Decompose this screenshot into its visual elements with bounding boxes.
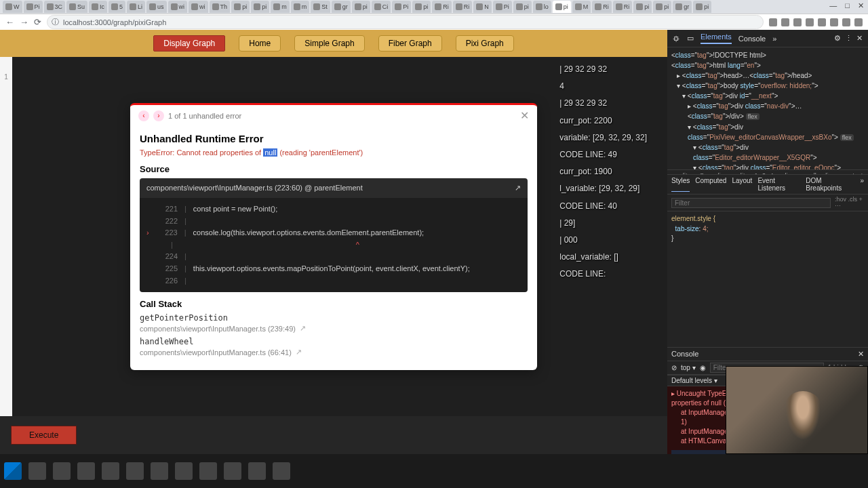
site-info-icon[interactable]: ⓘ [52,17,59,27]
ext-icon[interactable] [781,18,789,26]
url-bar[interactable]: ⓘ localhost:3000/graph/pixiGraph [47,15,764,29]
filter-hints[interactable]: :hov .cls + ⋯ [835,196,864,209]
browser-tab[interactable]: Pi [24,1,43,13]
reload-icon[interactable]: ⟳ [34,17,41,27]
taskbar-icon[interactable] [4,462,22,480]
browser-tab[interactable]: pi [513,1,532,13]
tab-more[interactable]: » [772,35,776,43]
browser-tab[interactable]: us [146,1,167,13]
browser-tab[interactable]: pi [633,1,652,13]
taskbar-icon[interactable] [175,462,193,480]
subtab-»[interactable]: » [860,177,864,192]
open-in-editor-icon[interactable]: ↗ [515,184,521,192]
back-icon[interactable]: ← [5,17,14,27]
live-expr-icon[interactable]: ◉ [700,364,706,371]
ext-icon[interactable] [818,18,826,26]
browser-tab[interactable]: 3C [44,1,66,13]
fiber-graph-button[interactable]: Fiber Graph [378,35,442,52]
taskbar-icon[interactable] [273,462,290,480]
devtools-close-icon[interactable]: ✕ [856,34,863,43]
simple-graph-button[interactable]: Simple Graph [294,35,364,52]
browser-tab[interactable]: M [572,1,591,13]
browser-tab[interactable]: pi [553,1,571,13]
browser-tab[interactable]: Pi [493,1,512,13]
display-graph-button[interactable]: Display Graph [153,35,225,52]
browser-tab[interactable]: W [3,1,22,13]
browser-tab[interactable]: Ci [372,1,391,13]
browser-tab[interactable]: pi [352,1,370,13]
tab-console[interactable]: Console [738,35,766,43]
breadcrumb[interactable]: …editor_eOonc div.cm-editor.ε1.ε3.ε4.εp … [667,169,868,175]
browser-tab[interactable]: m [291,1,310,13]
dom-node[interactable]: ▸ <class="tag">head>…<class="tag">/head> [671,70,864,81]
browser-tab[interactable]: Ic [89,1,107,13]
taskbar-icon[interactable] [224,462,241,480]
browser-tab[interactable]: wi [189,1,208,13]
taskbar-icon[interactable] [199,462,217,480]
subtab-layout[interactable]: Layout [732,177,752,192]
browser-tab[interactable]: Pi [392,1,411,13]
browser-tab[interactable]: Ri [432,1,452,13]
taskbar-icon[interactable] [102,462,119,480]
dom-node[interactable]: ▾ <class="tag">div class="Editor_editorW… [671,142,864,163]
modal-close-button[interactable]: ✕ [520,109,529,122]
browser-tab[interactable]: m [271,1,290,13]
browser-tab[interactable]: Th [210,1,231,13]
open-in-editor-icon[interactable]: ↗ [296,348,302,357]
ext-icon[interactable] [769,18,777,26]
elements-tree[interactable]: <class="tag">!DOCTYPE html><class="tag">… [667,47,868,169]
dom-node[interactable]: ▾ <class="tag">div id="__next"> [671,91,864,101]
browser-tab[interactable]: N [473,1,492,13]
browser-tab[interactable]: Ri [592,1,612,13]
tab-elements[interactable]: Elements [701,33,732,44]
context-select[interactable]: top ▾ [681,364,696,371]
taskbar-icon[interactable] [77,462,95,480]
subtab-styles[interactable]: Styles [671,177,690,192]
styles-pane[interactable]: element.style { tab-size: 4;}</span><spa… [667,211,868,347]
max-button[interactable]: □ [845,1,850,10]
browser-tab[interactable]: gr [332,1,351,13]
open-in-editor-icon[interactable]: ↗ [300,324,306,333]
browser-tab[interactable]: Li [127,1,145,13]
taskbar-icon[interactable] [151,462,168,480]
settings-icon[interactable]: ⚙ [834,34,841,43]
browser-tab[interactable]: Ri [613,1,633,13]
prev-error-button[interactable]: ‹ [138,110,149,121]
browser-tab[interactable]: 5 [108,1,125,13]
console-drawer-close[interactable]: ✕ [858,350,864,359]
browser-tab[interactable]: lo [533,1,551,13]
browser-tab[interactable]: St [311,1,330,13]
browser-tab[interactable]: Su [66,1,87,13]
forward-icon[interactable]: → [20,17,28,27]
ext-icon[interactable] [842,18,850,26]
clear-console-icon[interactable]: ⊘ [671,364,677,371]
taskbar-icon[interactable] [248,462,266,480]
min-button[interactable]: — [829,1,837,10]
browser-tab[interactable]: pi [412,1,431,13]
browser-tab[interactable]: pi [653,1,671,13]
taskbar-icon[interactable] [53,462,71,480]
next-error-button[interactable]: › [153,110,164,121]
taskbar-icon[interactable] [126,462,144,480]
ext-icon[interactable] [806,18,814,26]
pixi-graph-button[interactable]: Pixi Graph [456,35,514,52]
home-button[interactable]: Home [239,35,281,52]
dom-node[interactable]: ▾ <class="tag">div class="Editor_editor_… [671,163,864,169]
execute-button[interactable]: Execute [11,426,77,445]
dom-node[interactable]: ▾ <class="tag">body style="overflow: hid… [671,81,864,91]
browser-tab[interactable]: gr [673,1,692,13]
close-button[interactable]: ✕ [858,1,864,10]
browser-tab[interactable]: Ri [453,1,473,13]
dom-node[interactable]: ▾ <class="tag">div class="PixiView_edito… [671,122,864,143]
more-icon[interactable]: ⋮ [845,34,852,43]
inspect-icon[interactable]: ⯐ [673,35,680,43]
subtab-dom breakpoints[interactable]: DOM Breakpoints [806,177,854,192]
ext-icon[interactable] [854,18,863,26]
ext-icon[interactable] [830,18,838,26]
dom-node[interactable]: <class="tag">!DOCTYPE html> [671,50,864,60]
subtab-event listeners[interactable]: Event Listeners [757,177,800,192]
device-icon[interactable]: ▭ [687,34,694,43]
dom-node[interactable]: ▸ <class="tag">div class="nav-div">…<cla… [671,101,864,122]
ext-icon[interactable] [793,18,802,26]
browser-tab[interactable]: pi [693,1,711,13]
